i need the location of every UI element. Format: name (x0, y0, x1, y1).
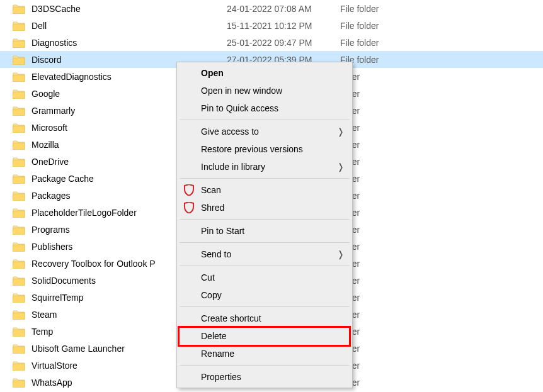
folder-icon (13, 342, 25, 355)
shield-icon (183, 202, 195, 213)
folder-icon (13, 206, 25, 219)
menu-separator (180, 242, 350, 243)
file-type: File folder (340, 4, 416, 14)
menu-copy[interactable]: Copy (178, 286, 351, 304)
menu-pin-to-start[interactable]: Pin to Start (178, 222, 351, 240)
menu-include-in-library[interactable]: Include in library❭ (178, 158, 351, 176)
folder-icon (13, 138, 25, 151)
chevron-right-icon: ❭ (337, 249, 345, 259)
folder-icon (13, 3, 25, 15)
folder-icon (13, 274, 25, 287)
file-row[interactable]: Diagnostics25-01-2022 09:47 PMFile folde… (0, 34, 543, 51)
chevron-right-icon: ❭ (337, 126, 345, 137)
folder-icon (13, 104, 25, 117)
folder-icon (13, 70, 25, 83)
menu-separator (180, 365, 350, 366)
file-row[interactable]: Dell15-11-2021 10:12 PMFile folder (0, 17, 543, 34)
file-name: D3DSCache (31, 4, 227, 14)
menu-restore-previous[interactable]: Restore previous versions (178, 140, 351, 158)
menu-send-to[interactable]: Send to❭ (178, 245, 351, 263)
menu-properties[interactable]: Properties (178, 368, 351, 386)
shield-icon (183, 184, 195, 196)
file-date: 25-01-2022 09:47 PM (227, 38, 340, 48)
menu-separator (180, 266, 350, 266)
file-type: File folder (340, 38, 416, 48)
menu-pin-quick-access[interactable]: Pin to Quick access (178, 99, 351, 117)
menu-scan[interactable]: Scan (178, 181, 351, 199)
folder-icon (13, 20, 25, 32)
folder-icon (13, 376, 25, 389)
file-name: Diagnostics (31, 38, 227, 48)
folder-icon (13, 121, 25, 134)
menu-separator (180, 120, 350, 120)
file-name: Dell (31, 21, 227, 31)
menu-cut[interactable]: Cut (178, 269, 351, 286)
folder-icon (13, 223, 25, 236)
folder-icon (13, 308, 25, 321)
folder-icon (13, 325, 25, 338)
menu-rename[interactable]: Rename (178, 345, 351, 362)
menu-separator (180, 306, 350, 307)
menu-give-access-to[interactable]: Give access to❭ (178, 123, 351, 140)
folder-icon (13, 189, 25, 202)
folder-icon (13, 36, 25, 49)
menu-delete[interactable]: Delete (178, 327, 351, 345)
folder-icon (13, 359, 25, 372)
chevron-right-icon: ❭ (337, 162, 345, 172)
folder-icon (13, 291, 25, 304)
folder-icon (13, 87, 25, 100)
folder-icon (13, 53, 25, 66)
folder-icon (13, 257, 25, 270)
context-menu: Open Open in new window Pin to Quick acc… (176, 62, 353, 388)
file-date: 15-11-2021 10:12 PM (227, 21, 340, 31)
menu-open[interactable]: Open (178, 64, 351, 82)
menu-separator (180, 219, 350, 220)
file-type: File folder (340, 21, 416, 31)
file-date: 24-01-2022 07:08 AM (227, 4, 340, 14)
menu-open-new-window[interactable]: Open in new window (178, 82, 351, 99)
menu-shred[interactable]: Shred (178, 199, 351, 216)
folder-icon (13, 155, 25, 168)
menu-separator (180, 178, 350, 179)
folder-icon (13, 172, 25, 185)
folder-icon (13, 240, 25, 253)
menu-create-shortcut[interactable]: Create shortcut (178, 310, 351, 327)
file-row[interactable]: D3DSCache24-01-2022 07:08 AMFile folder (0, 0, 543, 17)
